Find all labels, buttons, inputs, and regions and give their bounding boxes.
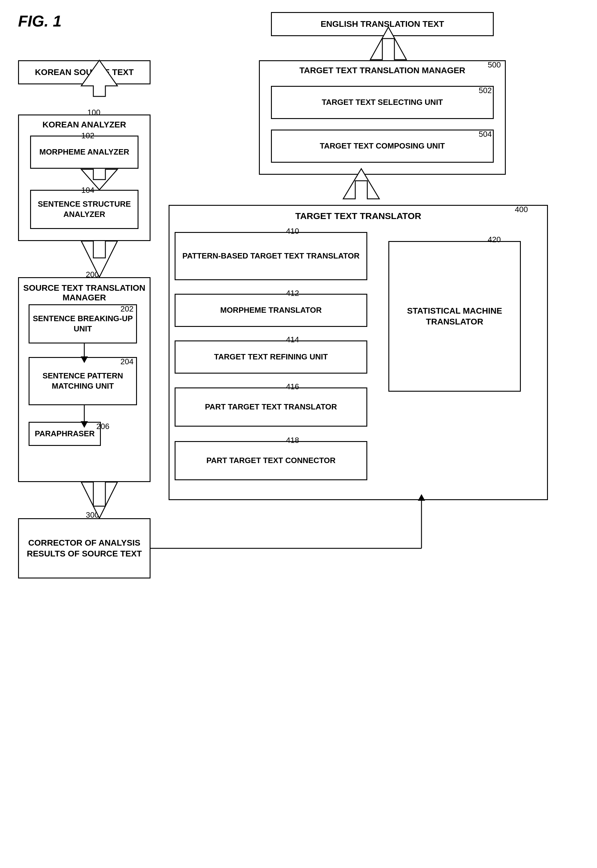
label-206: 206 <box>97 422 109 431</box>
label-400: 400 <box>515 205 528 214</box>
label-300: 300 <box>86 511 99 520</box>
morpheme-translator-box: MORPHEME TRANSLATOR <box>175 294 367 327</box>
statistical-machine-translator-box: STATISTICAL MACHINE TRANSLATOR <box>388 241 521 392</box>
part-target-text-translator-box: PART TARGET TEXT TRANSLATOR <box>175 387 367 427</box>
label-500: 500 <box>488 60 500 70</box>
label-416: 416 <box>286 382 299 392</box>
pattern-based-target-text-translator-box: PATTERN-BASED TARGET TEXT TRANSLATOR <box>175 232 367 280</box>
target-text-refining-unit-box: TARGET TEXT REFINING UNIT <box>175 341 367 374</box>
label-100: 100 <box>87 108 100 117</box>
label-502: 502 <box>479 86 492 95</box>
part-target-text-connector-box: PART TARGET TEXT CONNECTOR <box>175 441 367 480</box>
corrector-box: CORRECTOR OF ANALYSIS RESULTS OF SOURCE … <box>18 518 150 578</box>
label-102: 102 <box>81 131 94 140</box>
label-104: 104 <box>81 186 94 195</box>
target-text-translator-label: TARGET TEXT TRANSLATOR <box>175 211 542 221</box>
source-text-translation-manager-label: SOURCE TEXT TRANSLATION MANAGER <box>21 283 147 302</box>
korean-analyzer-label: KOREAN ANALYZER <box>21 120 147 130</box>
target-text-composing-unit-box: TARGET TEXT COMPOSING UNIT <box>271 130 494 163</box>
label-410: 410 <box>286 226 299 236</box>
english-translation-text-box: ENGLISH TRANSLATION TEXT <box>271 12 494 36</box>
paraphraser-box: PARAPHRASER <box>28 422 101 446</box>
fig-label: FIG. 1 <box>18 12 61 30</box>
morpheme-analyzer-box: MORPHEME ANALYZER <box>30 135 138 169</box>
korean-source-text-box: KOREAN SOURCE TEXT <box>18 60 150 84</box>
label-414: 414 <box>286 335 299 344</box>
label-420: 420 <box>488 235 500 244</box>
label-412: 412 <box>286 289 299 298</box>
target-text-translation-manager-label: TARGET TEXT TRANSLATION MANAGER <box>262 66 503 75</box>
sentence-structure-analyzer-box: SENTENCE STRUCTURE ANALYZER <box>30 190 138 229</box>
label-418: 418 <box>286 436 299 445</box>
label-200: 200 <box>86 270 99 279</box>
label-202: 202 <box>120 304 134 314</box>
label-504: 504 <box>479 130 492 139</box>
target-text-selecting-unit-box: TARGET TEXT SELECTING UNIT <box>271 86 494 119</box>
label-204: 204 <box>120 357 134 366</box>
